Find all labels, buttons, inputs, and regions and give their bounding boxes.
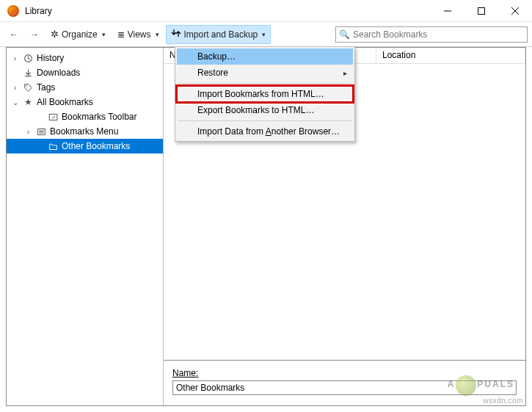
firefox-icon (7, 5, 19, 17)
tree-label: Downloads (37, 68, 80, 78)
svg-rect-1 (478, 7, 485, 14)
chevron-down-icon: ▾ (262, 31, 266, 38)
download-icon (22, 68, 34, 78)
back-button[interactable]: ← (4, 25, 23, 44)
minimize-button[interactable] (431, 0, 464, 21)
organize-label: Organize (62, 29, 98, 40)
menu-label: Restore (197, 68, 228, 78)
import-export-icon (171, 28, 181, 40)
menu-export-html[interactable]: Export Bookmarks to HTML… (177, 102, 353, 118)
tree-other-bookmarks[interactable]: Other Bookmarks (7, 139, 163, 153)
close-icon (511, 7, 519, 15)
tree-bookmarks-toolbar[interactable]: Bookmarks Toolbar (7, 109, 163, 124)
star-icon: ★ (22, 97, 34, 107)
maximize-icon (478, 7, 485, 15)
toolbar-folder-icon (47, 112, 59, 122)
arrow-left-icon: ← (10, 29, 18, 40)
organize-button[interactable]: ✲ Organize ▾ (45, 25, 111, 44)
tag-icon (22, 82, 34, 93)
tree-tags[interactable]: › Tags (7, 80, 163, 95)
tree-label: Tags (37, 82, 55, 93)
forward-button[interactable]: → (25, 25, 44, 44)
watermark-site: wsxdn.com (483, 397, 523, 405)
search-input[interactable] (353, 27, 524, 42)
ball-icon (456, 375, 476, 396)
toolbar: ← → ✲ Organize ▾ ≣ Views ▾ Import and Ba… (0, 22, 532, 47)
maximize-button[interactable] (464, 0, 498, 21)
tree-history[interactable]: › History (7, 51, 163, 65)
window-title: Library (25, 6, 431, 16)
arrow-right-icon: → (30, 29, 39, 40)
sidebar-tree: › History Downloads › Tags ⌄ ★ All Bookm… (7, 48, 164, 405)
column-location[interactable]: Location (376, 48, 525, 63)
folder-icon (47, 141, 59, 151)
title-bar: Library (0, 0, 532, 22)
search-icon: 🔍 (339, 29, 350, 40)
menu-import-another-browser[interactable]: Import Data from Another Browser… (177, 123, 353, 140)
chevron-down-icon: ⌄ (11, 98, 19, 106)
tree-label: Other Bookmarks (62, 141, 130, 151)
search-box[interactable]: 🔍 (335, 26, 528, 43)
menu-backup[interactable]: Backup… (177, 48, 353, 65)
chevron-right-icon: › (11, 84, 19, 92)
menu-restore[interactable]: Restore▸ (177, 65, 353, 81)
tree-label: History (37, 53, 64, 63)
tree-label: All Bookmarks (37, 97, 93, 107)
menu-import-html[interactable]: Import Bookmarks from HTML… (177, 86, 353, 102)
menu-separator (178, 120, 351, 121)
watermark-logo: APUALS (448, 374, 514, 394)
svg-rect-6 (49, 115, 57, 120)
menu-folder-icon (35, 126, 47, 137)
menu-label: Import Data from Another Browser… (197, 126, 340, 137)
gear-icon: ✲ (51, 29, 59, 40)
tree-downloads[interactable]: Downloads (7, 65, 163, 80)
chevron-right-icon: › (11, 54, 19, 62)
tree-label: Bookmarks Menu (50, 126, 118, 137)
import-backup-label: Import and Backup (184, 29, 258, 40)
tree-bookmarks-menu[interactable]: › Bookmarks Menu (7, 124, 163, 139)
menu-separator (178, 83, 351, 84)
svg-point-5 (26, 85, 27, 87)
chevron-down-icon: ▾ (102, 31, 106, 38)
minimize-icon (444, 7, 451, 15)
views-label: Views (128, 29, 151, 40)
menu-label: Import Bookmarks from HTML… (197, 89, 324, 99)
list-icon: ≣ (117, 29, 125, 40)
import-backup-button[interactable]: Import and Backup ▾ (166, 25, 272, 44)
submenu-arrow-icon: ▸ (343, 69, 347, 77)
menu-label: Backup… (197, 51, 236, 62)
views-button[interactable]: ≣ Views ▾ (112, 25, 164, 44)
close-button[interactable] (498, 0, 532, 21)
chevron-down-icon: ▾ (156, 31, 159, 38)
tree-all-bookmarks[interactable]: ⌄ ★ All Bookmarks (7, 95, 163, 109)
clock-icon (22, 53, 34, 63)
tree-label: Bookmarks Toolbar (62, 112, 137, 122)
menu-label: Export Bookmarks to HTML… (197, 105, 314, 115)
window-controls (431, 0, 532, 21)
import-backup-menu: Backup… Restore▸ Import Bookmarks from H… (175, 46, 355, 142)
chevron-right-icon: › (24, 128, 32, 136)
